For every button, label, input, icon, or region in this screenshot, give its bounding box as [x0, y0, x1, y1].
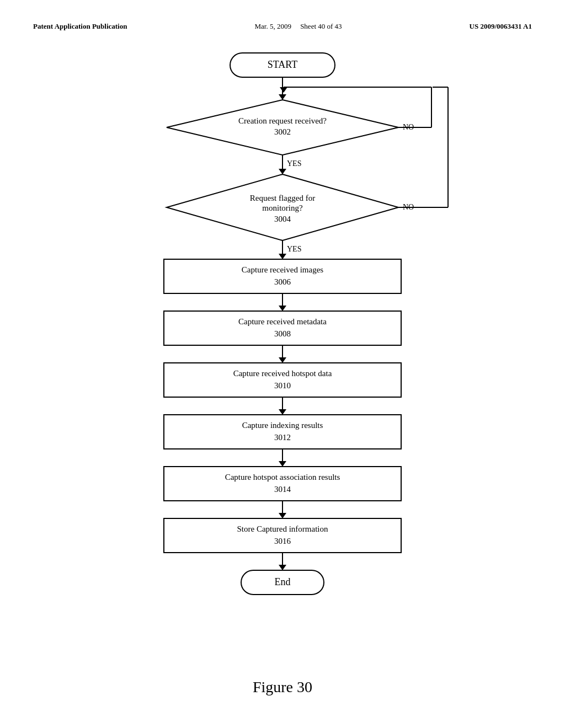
decision1-code: 3002 [274, 127, 291, 136]
flowchart-container: START Creation request received? 3002 YE… [89, 47, 476, 656]
end-label: End [275, 576, 291, 587]
svg-marker-23 [279, 513, 286, 518]
step3010-line1: Capture received hotspot data [233, 369, 332, 378]
header-sheet: Sheet 40 of 43 [300, 22, 342, 30]
svg-marker-11 [279, 306, 286, 311]
step3012-line1: Capture indexing results [242, 421, 323, 430]
page-header: Patent Application Publication Mar. 5, 2… [33, 22, 532, 31]
svg-marker-26 [279, 565, 286, 570]
step3014-code: 3014 [274, 485, 291, 494]
step3016-code: 3016 [274, 537, 291, 545]
svg-marker-8 [279, 254, 286, 259]
header-patent-number: US 2009/0063431 A1 [470, 22, 532, 31]
svg-marker-14 [279, 357, 286, 363]
start-label: START [268, 59, 297, 70]
step3008-code: 3008 [274, 329, 291, 338]
step3014-line1: Capture hotspot association results [225, 473, 340, 481]
svg-rect-18 [164, 415, 401, 449]
page: Patent Application Publication Mar. 5, 2… [0, 0, 565, 728]
svg-marker-20 [279, 461, 286, 467]
header-publication-label: Patent Application Publication [33, 22, 127, 31]
figure-caption: Figure 30 [33, 678, 532, 696]
svg-rect-9 [164, 259, 401, 293]
step3016-line1: Store Captured information [237, 524, 328, 533]
decision2-line2: monitoring? [262, 204, 303, 212]
svg-marker-17 [279, 409, 286, 415]
yes1-label: YES [287, 159, 301, 168]
flowchart-svg: START Creation request received? 3002 YE… [89, 47, 476, 654]
svg-marker-2 [279, 94, 286, 100]
decision2-line1: Request flagged for [250, 194, 315, 202]
decision2-code: 3004 [274, 215, 291, 223]
header-date: Mar. 5, 2009 Sheet 40 of 43 [254, 22, 342, 31]
step3006-code: 3006 [274, 277, 291, 286]
svg-rect-15 [164, 363, 401, 397]
step3010-code: 3010 [274, 381, 291, 390]
svg-rect-21 [164, 467, 401, 501]
svg-rect-24 [164, 518, 401, 553]
svg-rect-12 [164, 311, 401, 345]
decision1-line1: Creation request received? [238, 116, 327, 125]
yes2-label: YES [287, 245, 301, 253]
step3006-line1: Capture received images [242, 265, 323, 274]
svg-marker-31 [280, 87, 287, 93]
step3008-line1: Capture received metadata [238, 317, 327, 326]
step3012-code: 3012 [274, 433, 291, 442]
svg-marker-5 [279, 169, 286, 174]
